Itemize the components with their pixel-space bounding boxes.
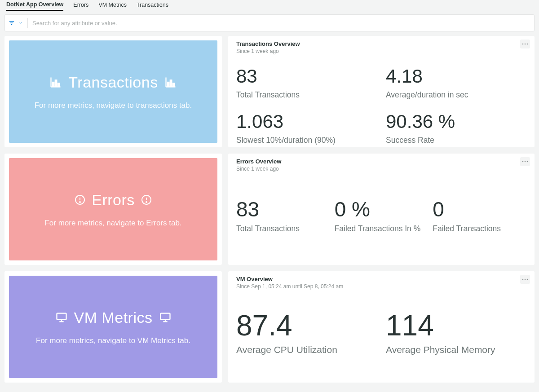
metric-value: 0 %: [335, 199, 429, 220]
panel-subtitle: Since 1 week ago: [236, 166, 526, 172]
metric-label: Average Physical Memory: [386, 344, 526, 355]
metric-avg-duration: 4.18 Average/duration in sec: [386, 67, 526, 100]
panel-title: Errors Overview: [236, 158, 526, 165]
panel-vm-overview: VM Overview Since Sep 1, 05:24 am until …: [228, 271, 535, 383]
tab-vm-metrics[interactable]: VM Metrics: [98, 2, 127, 10]
svg-point-14: [525, 44, 526, 45]
metric-value: 83: [236, 67, 377, 86]
panel-transactions-overview: Transactions Overview Since 1 week ago 8…: [228, 36, 535, 147]
svg-point-18: [80, 202, 80, 203]
tile-subtitle: For more metrics, navigate to VM Metrics…: [36, 336, 190, 345]
svg-rect-7: [58, 83, 60, 86]
svg-point-13: [522, 44, 524, 45]
svg-point-15: [527, 44, 528, 45]
metric-total-transactions: 83 Total Transactions: [236, 67, 377, 100]
panel-subtitle: Since Sep 1, 05:24 am until Sep 8, 05:24…: [236, 283, 526, 290]
monitor-icon: [159, 311, 172, 324]
chevron-down-icon: [18, 21, 23, 25]
svg-point-23: [525, 161, 526, 163]
tab-errors[interactable]: Errors: [73, 2, 88, 10]
tile-title: VM Metrics: [55, 309, 172, 326]
svg-point-21: [146, 202, 147, 203]
metric-failed-pct: 0 % Failed Transactions In %: [335, 199, 429, 233]
banner-errors: Errors For more metrics, navigate to Err…: [4, 154, 222, 265]
tabs-bar: DotNet App Overview Errors VM Metrics Tr…: [0, 0, 539, 12]
tile-title-text: Errors: [92, 191, 135, 209]
metric-value: 114: [386, 311, 526, 340]
panel-errors-overview: Errors Overview Since 1 week ago 83 Tota…: [228, 154, 535, 265]
metric-value: 0: [433, 199, 526, 220]
metric-value: 87.4: [236, 311, 377, 340]
metric-label: Average/duration in sec: [386, 90, 526, 100]
svg-rect-11: [170, 80, 172, 86]
svg-rect-28: [160, 313, 170, 320]
tile-title-text: VM Metrics: [74, 309, 153, 326]
metric-value: 83: [236, 199, 330, 220]
metric-value: 90.36 %: [386, 112, 526, 131]
filter-icon: [9, 20, 15, 26]
svg-rect-5: [53, 82, 54, 86]
svg-rect-12: [172, 83, 174, 86]
row-vm: VM Metrics For more metrics, navigate to…: [4, 271, 535, 383]
metric-slowest-10: 1.063 Slowest 10%/duration (90%): [236, 112, 377, 145]
svg-point-24: [527, 161, 528, 163]
bar-chart-icon: [49, 76, 62, 88]
tab-transactions[interactable]: Transactions: [137, 2, 168, 10]
panel-title: VM Overview: [236, 276, 526, 282]
tile-title-text: Transactions: [68, 74, 158, 91]
metric-label: Success Rate: [386, 136, 526, 145]
tile-subtitle: For more metrics, navigate to transactio…: [35, 101, 192, 110]
svg-rect-10: [168, 82, 169, 86]
metric-value: 4.18: [386, 67, 526, 86]
svg-point-33: [527, 279, 528, 280]
svg-rect-6: [55, 80, 57, 86]
tile-title: Errors: [75, 191, 152, 209]
metric-total-transactions: 83 Total Transactions: [236, 199, 330, 233]
search-input[interactable]: [32, 15, 530, 31]
metric-label: Failed Transactions In %: [335, 224, 429, 233]
metric-label: Total Transactions: [236, 224, 330, 233]
banner-vm: VM Metrics For more metrics, navigate to…: [4, 271, 222, 383]
ellipsis-icon: [522, 161, 528, 163]
tile-transactions: Transactions For more metrics, navigate …: [9, 40, 217, 143]
panel-more-button[interactable]: [520, 157, 530, 166]
row-errors: Errors For more metrics, navigate to Err…: [4, 154, 535, 265]
ellipsis-icon: [522, 278, 528, 280]
tab-dotnet-overview[interactable]: DotNet App Overview: [6, 1, 63, 11]
panel-subtitle: Since 1 week ago: [236, 48, 526, 54]
metric-memory: 114 Average Physical Memory: [386, 311, 526, 355]
metric-label: Total Transactions: [236, 90, 377, 100]
metric-label: Average CPU Utilization: [236, 344, 377, 355]
monitor-icon: [55, 311, 68, 324]
svg-point-32: [525, 279, 526, 280]
metric-label: Slowest 10%/duration (90%): [236, 136, 377, 145]
panel-more-button[interactable]: [520, 275, 530, 284]
search-bar: [4, 14, 535, 31]
alert-circle-icon: [141, 194, 152, 205]
svg-rect-25: [57, 313, 66, 320]
alert-circle-icon: [75, 194, 85, 205]
svg-point-22: [522, 161, 524, 163]
ellipsis-icon: [522, 43, 528, 45]
metric-cpu: 87.4 Average CPU Utilization: [236, 311, 377, 355]
tile-vm: VM Metrics For more metrics, navigate to…: [9, 276, 217, 378]
panel-more-button[interactable]: [520, 40, 530, 48]
tile-subtitle: For more metrics, navigate to Errors tab…: [44, 219, 181, 228]
panel-title: Transactions Overview: [236, 40, 526, 47]
metric-success-rate: 90.36 % Success Rate: [386, 112, 526, 145]
bar-chart-icon: [164, 76, 177, 88]
metric-value: 1.063: [236, 112, 377, 131]
tile-title: Transactions: [49, 74, 177, 91]
metric-failed-count: 0 Failed Transactions: [433, 199, 526, 233]
svg-point-31: [522, 279, 524, 280]
metric-label: Failed Transactions: [433, 224, 526, 233]
row-transactions: Transactions For more metrics, navigate …: [4, 36, 535, 147]
banner-transactions: Transactions For more metrics, navigate …: [4, 36, 222, 147]
filter-controls[interactable]: [9, 18, 28, 28]
tile-errors: Errors For more metrics, navigate to Err…: [9, 158, 217, 260]
